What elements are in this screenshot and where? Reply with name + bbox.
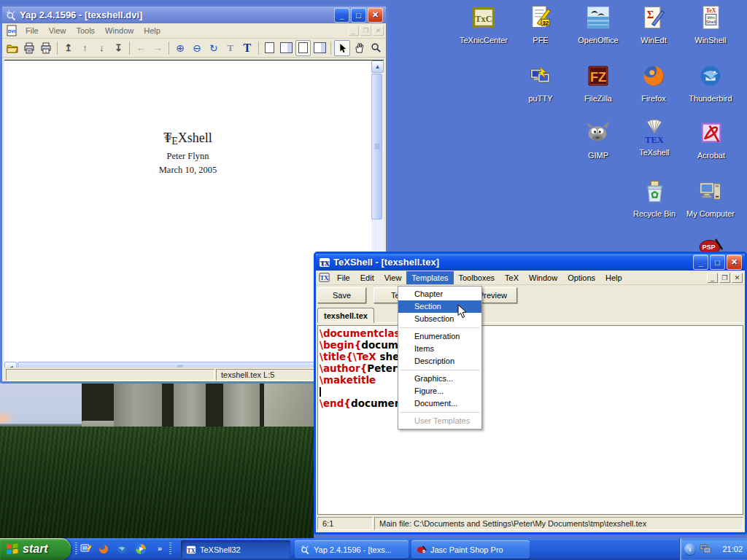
desktop-icon-my-computer[interactable]: My Computer	[682, 178, 739, 219]
yap-menu-window[interactable]: Window	[100, 24, 139, 37]
menu-item-figure[interactable]: Figure...	[398, 385, 481, 397]
menu-item-items[interactable]: Items	[398, 343, 481, 355]
firefox-quicklaunch-icon[interactable]	[98, 543, 109, 555]
quicklaunch-overflow-chevron[interactable]: »	[158, 544, 162, 553]
menu-item-graphics[interactable]: Graphics...	[398, 373, 481, 385]
texshell-menu-templates[interactable]: Templates	[406, 271, 453, 284]
continuous-facing-view-icon[interactable]	[311, 40, 328, 56]
continuous-view-icon[interactable]	[295, 40, 311, 56]
desktop-icon-thunderbird[interactable]: Thunderbird	[682, 63, 739, 104]
desktop-icon-winedt[interactable]: Σ WinEdt	[625, 4, 682, 46]
yap-menu-tools[interactable]: Tools	[71, 24, 100, 37]
texshell-close-button[interactable]: ✕	[727, 254, 742, 270]
media-player-quicklaunch-icon[interactable]	[135, 543, 147, 555]
desktop-icon-label: Recycle Bin	[633, 209, 676, 218]
yap-minimize-button[interactable]: _	[334, 7, 349, 23]
open-file-icon[interactable]	[4, 40, 20, 56]
previous-page-icon[interactable]: ↑	[77, 40, 93, 56]
start-button[interactable]: start	[0, 538, 71, 560]
code-line: \maketitle	[320, 374, 743, 386]
desktop-icon-firefox[interactable]: Firefox	[625, 63, 682, 104]
taskband-handle[interactable]	[169, 542, 171, 556]
tab-texshell-tex[interactable]: texshell.tex	[317, 308, 374, 323]
taskbar-button-label: TeXShell32	[200, 545, 241, 554]
menu-item-section[interactable]: Section	[398, 300, 481, 313]
desktop-icon-texniccenter[interactable]: TxC TeXnicCenter	[455, 4, 512, 46]
menu-item-chapter[interactable]: Chapter	[398, 288, 481, 300]
display-settings-tray-icon[interactable]	[700, 543, 712, 555]
desktop-icon-openoffice[interactable]: OpenOffice	[570, 4, 627, 46]
yap-titlebar[interactable]: Yap 2.4.1596 - [texshell.dvi] _ □ ✕	[2, 7, 386, 23]
openoffice-icon	[570, 4, 627, 32]
print-page-icon[interactable]: 1	[38, 40, 54, 56]
desktop-icon-gimp[interactable]: GIMP	[570, 120, 627, 161]
desktop-icon-putty[interactable]: puTTY	[512, 63, 569, 104]
texshell-menu-window[interactable]: Window	[524, 271, 562, 284]
menu-item-subsection[interactable]: Subsection	[398, 313, 481, 325]
taskbar-button-paintshoppro[interactable]: 8 Jasc Paint Shop Pro	[411, 540, 530, 559]
texshell-titlebar[interactable]: TX TeXShell - [texshell.tex] _ □ ✕	[316, 254, 745, 271]
desktop-icon-winshell[interactable]: TeXWinShell WinShell	[682, 4, 739, 46]
texshell-menu-edit[interactable]: Edit	[355, 271, 379, 284]
magnifier-tool-icon[interactable]	[368, 40, 384, 56]
texshell-mdi-restore-icon[interactable]: ❐	[719, 273, 730, 283]
scroll-up-icon[interactable]: ▲	[371, 61, 384, 73]
taskbar-button-texshell32[interactable]: TX TeXShell32	[181, 540, 290, 559]
zoom-in-icon[interactable]: ⊕	[172, 40, 188, 56]
dvi-title-rest: Xshell	[178, 131, 212, 145]
texshell-menu-view[interactable]: View	[379, 271, 407, 284]
yap-mdi-restore-icon[interactable]: ❐	[360, 26, 371, 36]
first-page-icon[interactable]: ↥	[61, 40, 77, 56]
desktop-icon-texshell[interactable]: TEX TeXshell	[626, 117, 683, 158]
taskbar-clock[interactable]: 21:02	[722, 545, 743, 553]
print-icon[interactable]	[21, 40, 37, 56]
texshell-minimize-button[interactable]: _	[693, 254, 708, 270]
texshell-menu-toolboxes[interactable]: Toolboxes	[454, 271, 500, 284]
last-page-icon[interactable]: ↧	[110, 40, 126, 56]
zoom-out-icon[interactable]: ⊖	[189, 40, 205, 56]
refresh-icon[interactable]: ↻	[206, 40, 222, 56]
yap-maximize-button[interactable]: □	[351, 7, 366, 23]
yap-vscroll-thumb[interactable]	[371, 74, 382, 219]
taskbar-button-yap[interactable]: Yap 2.4.1596 - [texs...	[295, 540, 409, 559]
yap-mdi-minimize-icon[interactable]: _	[348, 26, 359, 36]
desktop-icon-pfe[interactable]: 32 PFE	[512, 4, 569, 46]
menu-item-user-templates[interactable]: User Templates	[398, 415, 481, 427]
texshell-menu-tex[interactable]: TeX	[500, 271, 524, 284]
yap-mdi-close-icon[interactable]: ✕	[373, 26, 384, 36]
back-icon[interactable]: ←	[133, 40, 149, 56]
desktop-icon-acrobat[interactable]: Acrobat	[683, 120, 740, 161]
quicklaunch-handle[interactable]	[75, 542, 77, 556]
desktop-icon-label: Acrobat	[697, 151, 725, 160]
text-mode-icon[interactable]: T	[239, 40, 255, 56]
tray-collapse-chevron-icon[interactable]: ‹	[684, 543, 696, 555]
menu-item-document[interactable]: Document...	[398, 397, 481, 410]
ruler-tool-icon[interactable]: T	[222, 40, 239, 56]
texshell-editor[interactable]: \documentclass{article} \begin{document}…	[317, 325, 743, 515]
texshell-menu-file[interactable]: File	[332, 271, 355, 284]
thunderbird-quicklaunch-icon[interactable]	[116, 543, 128, 555]
yap-menu-help[interactable]: Help	[139, 24, 166, 37]
show-desktop-icon[interactable]	[80, 543, 92, 555]
menu-item-description[interactable]: Description	[398, 355, 481, 368]
code-line-cursor	[320, 386, 743, 397]
desktop-icon-label: WinShell	[694, 36, 726, 44]
texshell-menu-help[interactable]: Help	[600, 271, 627, 284]
texshell-maximize-button[interactable]: □	[710, 254, 725, 270]
desktop-icon-recycle-bin[interactable]: Recycle Bin	[626, 178, 683, 219]
hand-tool-icon[interactable]	[351, 40, 367, 56]
menu-item-enumeration[interactable]: Enumeration	[398, 330, 481, 343]
facing-page-view-icon[interactable]	[279, 40, 295, 56]
desktop-icon-filezilla[interactable]: FZ FileZilla	[570, 63, 627, 104]
select-tool-icon[interactable]	[334, 40, 350, 56]
save-button[interactable]: Save	[317, 287, 366, 303]
yap-menu-file[interactable]: File	[20, 24, 44, 37]
texshell-mdi-minimize-icon[interactable]: _	[707, 273, 718, 283]
forward-icon[interactable]: →	[150, 40, 166, 56]
yap-menu-view[interactable]: View	[44, 24, 71, 37]
yap-close-button[interactable]: ✕	[368, 7, 383, 23]
texshell-menu-options[interactable]: Options	[562, 271, 600, 284]
single-page-view-icon[interactable]	[262, 40, 278, 56]
next-page-icon[interactable]: ↓	[94, 40, 110, 56]
texshell-mdi-close-icon[interactable]: ✕	[732, 273, 743, 283]
